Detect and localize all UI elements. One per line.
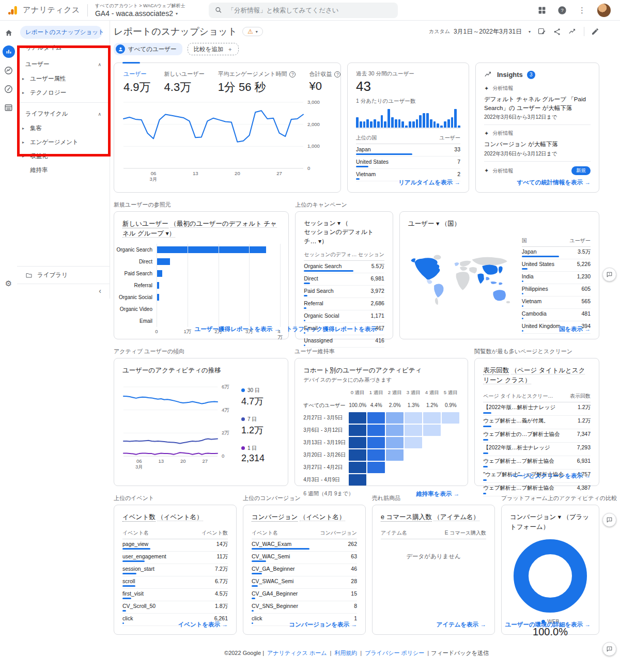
card-outer-label: アクティブ ユーザーの傾向 [114,348,288,355]
add-comparison-chip[interactable]: 比較を追加 ＋ [188,43,239,55]
trend-title: ユーザーのアクティビティの推移 [122,366,280,376]
metric-tabs: ユーザー4.9万新しいユーザー4.3万平均エンゲージメント時間?1分 56 秒合… [122,70,332,95]
view-retention-link[interactable]: 維持率を表示 → [416,490,459,498]
help-icon[interactable]: ? [557,6,567,15]
warning-icon: ⚠ [247,28,253,35]
more-menu-icon[interactable]: ⋮ [578,6,586,14]
sidebar-item[interactable]: ▸ユーザー属性 [17,72,110,86]
view-acquisition-link[interactable]: ユーザー獲得レポートを表示 → [194,325,280,333]
countries-title[interactable]: ユーザー ▾ （国） [408,219,591,229]
view-traffic-link[interactable]: トラフィック獲得レポートを表示 → [286,325,384,333]
row-value: 3.5万 [578,248,591,256]
trend-legend-item[interactable]: 7 日1.2万 [241,416,280,436]
ecommerce-title[interactable]: e コマース購入数 （アイテム名） [381,512,486,522]
view-tech-link[interactable]: ユーザーの環境の詳細を表示 → [505,621,591,629]
row-label: ウェブ解析士の…ブ解析士協会 [483,431,572,438]
row-label-cell: Vietnam [356,171,453,180]
svg-text:13: 13 [159,458,164,464]
footer-link[interactable]: 利用規約 [334,650,357,656]
nav-section-header[interactable]: ユーザー∧ [17,55,110,72]
advertising-icon[interactable] [3,83,15,95]
row-label: CV_WAC_Semi [252,553,347,559]
sidebar-item-snapshot[interactable]: レポートのスナップショット [20,26,102,39]
apps-grid-icon[interactable] [538,6,546,14]
footer-text: フィードバックを送信 [431,650,489,656]
cohort-cell [405,437,422,448]
view-events-link[interactable]: イベントを表示 → [178,621,228,629]
table-row: Unassigned416 [304,335,384,348]
card-outer-label: 上位のキャンペーン [295,201,393,208]
bar-category-label: Organic Social [122,291,157,303]
admin-gear-icon[interactable]: ⚙ [0,279,17,288]
insights-card: Insights 3 ✦分析情報デフォルト チャネル グループ 「Paid Se… [475,62,599,193]
events-title[interactable]: イベント数 （イベント名） [122,512,228,522]
table-row: Referral2,686 [304,298,384,310]
realtime-bar [437,123,439,128]
sidebar-item[interactable]: ▸テクノロジー [17,86,110,100]
row-label: ウェブ解析士…ブ解析士協会 [483,485,572,492]
view-countries-link[interactable]: 国を表示 → [559,325,591,333]
platform-title[interactable]: コンバージョン ▾ （プラットフォーム） [510,512,591,532]
table-header: 国ユーザー [522,234,591,247]
view-all-insights-link[interactable]: すべての統計情報を表示 → [517,179,591,186]
footer-link[interactable]: アナリティクス ホーム [267,650,327,656]
footer-link[interactable]: プライバシー ポリシー [365,650,424,656]
trend-legend-item[interactable]: 30 日4.7万 [241,387,280,408]
insight-item[interactable]: ✦分析情報デフォルト チャネル グループ 「Paid Search」の ユーザー… [484,80,591,124]
sidebar-item[interactable]: 維持率 [17,163,110,177]
trend-legend-item[interactable]: 1 日2,314 [241,445,280,464]
sidebar-item[interactable]: ▸エンゲージメント [17,135,110,149]
footer-text: | [360,650,362,656]
sidebar-item-realtime[interactable]: リアルタイム [17,40,110,55]
metric-tab[interactable]: 新しいユーザー4.3万 [164,70,205,95]
reports-icon[interactable] [3,45,15,58]
nav-section-header[interactable]: ライフサイクル∧ [17,104,110,121]
avatar[interactable] [597,4,611,17]
table-row: ウェブ解析士…義が付属。1.2万 [483,416,591,429]
data-quality-chip[interactable]: ⚠ ▾ [242,27,263,36]
search-input[interactable] [227,7,392,14]
sidebar-item[interactable]: ▸集客 [17,121,110,135]
row-label: CV_WAC_Exam [252,541,344,547]
view-items-link[interactable]: アイテムを表示 → [436,621,486,629]
search-bar[interactable] [209,3,398,18]
insights-icon[interactable] [568,27,577,36]
sidebar-item-label: レポートのスナップショット [25,29,104,35]
cohort-percent: 2.0% [386,402,404,408]
customize-report-icon[interactable] [537,27,546,36]
feedback-button[interactable] [602,268,616,282]
metric-tab[interactable]: 合計収益?¥0 [309,70,340,95]
row-label-cell: first_visit [122,590,211,599]
view-conversions-link[interactable]: コンバージョンを表示 → [289,621,357,629]
explore-icon[interactable] [3,64,15,76]
metric-tab[interactable]: ユーザー4.9万 [123,70,151,95]
share-icon[interactable] [553,27,562,36]
acquisition-title[interactable]: 新しいユーザー （最初のユーザーのデフォルト チャネル グループ ▾） [122,219,280,239]
pages-title[interactable]: 表示回数 （ページ タイトルとスクリーン クラス） [483,366,591,385]
account-selector[interactable]: すべてのアカウント > WACAウェブ解析士 GA4 - waca.associ… [95,3,185,18]
audience-chip[interactable]: すべてのユーザー [114,43,182,55]
sidebar-item-library[interactable]: ライブラリ [17,267,110,284]
cohort-cell [386,462,404,473]
view-realtime-link[interactable]: リアルタイムを表示 → [398,179,460,186]
page-title: レポートのスナップショット [114,25,237,38]
conversions-title[interactable]: コンバージョン （イベント名） [252,512,357,522]
edit-pencil-icon[interactable] [591,27,599,36]
campaigns-title[interactable]: セッション ▾ （ セッションのデフォルト チ… ▾） [304,219,384,246]
view-pages-link[interactable]: ページとスクリーンを表示 → [510,472,591,480]
insight-item[interactable]: ✦分析情報新規 [484,162,591,179]
feedback-button[interactable] [602,642,616,656]
home-icon[interactable] [3,27,15,39]
row-value: 15 [351,590,357,597]
row-value: 2 [457,171,460,177]
date-range-value[interactable]: 3月1日～2022年3月31日 [454,27,522,36]
sidebar-item[interactable]: ▸収益化 [17,149,110,163]
cohort-cell [386,437,404,448]
metric-tab[interactable]: 平均エンゲージメント時間?1分 56 秒 [218,70,296,95]
configure-icon[interactable] [3,101,15,114]
insight-item[interactable]: ✦分析情報コンバージョン が大幅下落2022年3月6日から3月12日まで [484,125,591,161]
feedback-button[interactable] [602,513,616,527]
cohort-cell [405,449,422,461]
axis-tick: 1万 [183,329,191,335]
collapse-sidebar-icon[interactable]: ‹ [99,287,101,295]
